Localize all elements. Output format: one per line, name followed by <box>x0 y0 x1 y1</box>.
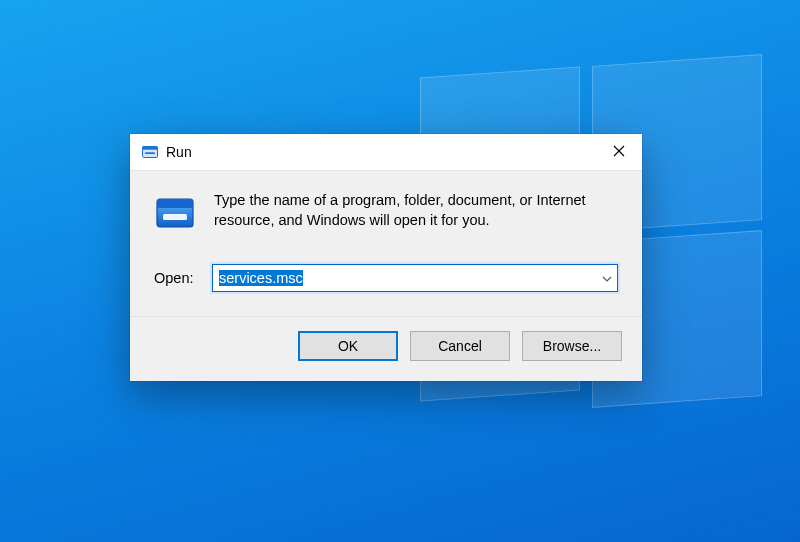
svg-rect-2 <box>145 152 155 154</box>
titlebar[interactable]: Run <box>130 134 642 171</box>
ok-button[interactable]: OK <box>298 331 398 361</box>
close-icon <box>613 144 625 160</box>
svg-rect-6 <box>157 199 193 208</box>
desktop-background: Run <box>0 0 800 542</box>
browse-button[interactable]: Browse... <box>522 331 622 361</box>
svg-rect-1 <box>143 147 158 150</box>
dialog-title: Run <box>166 144 596 160</box>
open-label: Open: <box>154 270 198 286</box>
close-button[interactable] <box>596 134 642 170</box>
run-dialog: Run <box>130 134 642 381</box>
open-input[interactable] <box>212 264 618 292</box>
run-icon <box>154 193 196 238</box>
svg-rect-7 <box>163 214 187 220</box>
open-combobox[interactable] <box>212 264 618 292</box>
dialog-description: Type the name of a program, folder, docu… <box>214 191 618 238</box>
cancel-button[interactable]: Cancel <box>410 331 510 361</box>
run-titlebar-icon <box>142 144 158 160</box>
button-bar: OK Cancel Browse... <box>130 316 642 381</box>
